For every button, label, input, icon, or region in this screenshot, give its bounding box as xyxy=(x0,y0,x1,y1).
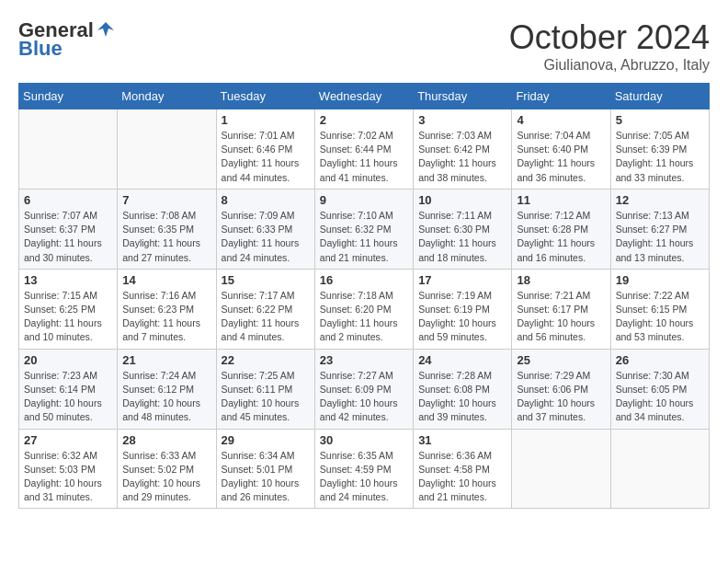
calendar-header-row: SundayMondayTuesdayWednesdayThursdayFrid… xyxy=(19,84,710,109)
logo-bird-icon xyxy=(96,20,116,40)
calendar-cell: 11Sunrise: 7:12 AM Sunset: 6:28 PM Dayli… xyxy=(512,189,610,269)
day-number: 5 xyxy=(616,113,704,127)
calendar-cell: 24Sunrise: 7:28 AM Sunset: 6:08 PM Dayli… xyxy=(414,349,512,429)
calendar-cell: 22Sunrise: 7:25 AM Sunset: 6:11 PM Dayli… xyxy=(216,349,314,429)
day-info: Sunrise: 7:19 AM Sunset: 6:19 PM Dayligh… xyxy=(418,289,506,345)
day-info: Sunrise: 7:17 AM Sunset: 6:22 PM Dayligh… xyxy=(222,289,310,345)
day-number: 26 xyxy=(616,353,704,367)
day-info: Sunrise: 7:09 AM Sunset: 6:33 PM Dayligh… xyxy=(222,209,310,265)
calendar-table: SundayMondayTuesdayWednesdayThursdayFrid… xyxy=(18,83,710,509)
day-number: 13 xyxy=(24,273,112,287)
day-info: Sunrise: 7:24 AM Sunset: 6:12 PM Dayligh… xyxy=(122,369,210,425)
day-number: 22 xyxy=(222,353,310,367)
day-info: Sunrise: 7:16 AM Sunset: 6:23 PM Dayligh… xyxy=(122,289,210,345)
day-number: 23 xyxy=(320,353,408,367)
day-info: Sunrise: 7:18 AM Sunset: 6:20 PM Dayligh… xyxy=(320,289,408,345)
calendar-cell: 20Sunrise: 7:23 AM Sunset: 6:14 PM Dayli… xyxy=(19,349,118,429)
day-number: 6 xyxy=(24,193,112,207)
day-info: Sunrise: 7:07 AM Sunset: 6:37 PM Dayligh… xyxy=(24,209,112,265)
day-info: Sunrise: 7:13 AM Sunset: 6:27 PM Dayligh… xyxy=(616,209,704,265)
day-number: 24 xyxy=(418,353,506,367)
day-number: 7 xyxy=(122,193,210,207)
calendar-cell: 26Sunrise: 7:30 AM Sunset: 6:05 PM Dayli… xyxy=(610,349,709,429)
day-number: 20 xyxy=(24,353,112,367)
weekday-header-monday: Monday xyxy=(118,84,216,109)
day-info: Sunrise: 7:15 AM Sunset: 6:25 PM Dayligh… xyxy=(24,289,112,345)
day-info: Sunrise: 7:03 AM Sunset: 6:42 PM Dayligh… xyxy=(418,129,506,185)
calendar-cell: 5Sunrise: 7:05 AM Sunset: 6:39 PM Daylig… xyxy=(610,109,709,190)
title-section: October 2024 Giulianova, Abruzzo, Italy xyxy=(509,18,710,74)
calendar-cell: 17Sunrise: 7:19 AM Sunset: 6:19 PM Dayli… xyxy=(414,269,512,349)
page-header: General Blue October 2024 Giulianova, Ab… xyxy=(18,18,710,74)
day-number: 29 xyxy=(222,433,310,447)
calendar-cell: 7Sunrise: 7:08 AM Sunset: 6:35 PM Daylig… xyxy=(118,189,216,269)
weekday-header-saturday: Saturday xyxy=(610,84,709,109)
day-info: Sunrise: 7:22 AM Sunset: 6:15 PM Dayligh… xyxy=(616,289,704,345)
day-info: Sunrise: 7:29 AM Sunset: 6:06 PM Dayligh… xyxy=(517,369,605,425)
calendar-week-3: 13Sunrise: 7:15 AM Sunset: 6:25 PM Dayli… xyxy=(19,269,710,349)
weekday-header-sunday: Sunday xyxy=(19,84,118,109)
calendar-cell xyxy=(19,109,118,190)
day-info: Sunrise: 6:36 AM Sunset: 4:58 PM Dayligh… xyxy=(418,449,506,505)
day-number: 8 xyxy=(222,193,310,207)
location: Giulianova, Abruzzo, Italy xyxy=(509,57,710,74)
calendar-cell: 1Sunrise: 7:01 AM Sunset: 6:46 PM Daylig… xyxy=(216,109,314,190)
calendar-cell: 8Sunrise: 7:09 AM Sunset: 6:33 PM Daylig… xyxy=(216,189,314,269)
calendar-cell: 2Sunrise: 7:02 AM Sunset: 6:44 PM Daylig… xyxy=(314,109,413,190)
day-number: 28 xyxy=(122,433,210,447)
calendar-week-4: 20Sunrise: 7:23 AM Sunset: 6:14 PM Dayli… xyxy=(19,349,710,429)
calendar-week-2: 6Sunrise: 7:07 AM Sunset: 6:37 PM Daylig… xyxy=(19,189,710,269)
day-number: 4 xyxy=(517,113,605,127)
calendar-cell: 25Sunrise: 7:29 AM Sunset: 6:06 PM Dayli… xyxy=(512,349,610,429)
day-info: Sunrise: 7:12 AM Sunset: 6:28 PM Dayligh… xyxy=(517,209,605,265)
calendar-cell: 14Sunrise: 7:16 AM Sunset: 6:23 PM Dayli… xyxy=(118,269,216,349)
day-info: Sunrise: 6:35 AM Sunset: 4:59 PM Dayligh… xyxy=(320,449,408,505)
day-number: 9 xyxy=(320,193,408,207)
calendar-cell: 28Sunrise: 6:33 AM Sunset: 5:02 PM Dayli… xyxy=(118,429,216,509)
day-info: Sunrise: 7:30 AM Sunset: 6:05 PM Dayligh… xyxy=(616,369,704,425)
calendar-cell: 13Sunrise: 7:15 AM Sunset: 6:25 PM Dayli… xyxy=(19,269,118,349)
day-info: Sunrise: 6:34 AM Sunset: 5:01 PM Dayligh… xyxy=(222,449,310,505)
day-number: 21 xyxy=(122,353,210,367)
day-number: 17 xyxy=(418,273,506,287)
weekday-header-thursday: Thursday xyxy=(414,84,512,109)
weekday-header-friday: Friday xyxy=(512,84,610,109)
calendar-cell: 18Sunrise: 7:21 AM Sunset: 6:17 PM Dayli… xyxy=(512,269,610,349)
day-info: Sunrise: 7:04 AM Sunset: 6:40 PM Dayligh… xyxy=(517,129,605,185)
day-number: 30 xyxy=(320,433,408,447)
calendar-cell: 10Sunrise: 7:11 AM Sunset: 6:30 PM Dayli… xyxy=(414,189,512,269)
calendar-cell: 12Sunrise: 7:13 AM Sunset: 6:27 PM Dayli… xyxy=(610,189,709,269)
day-info: Sunrise: 7:01 AM Sunset: 6:46 PM Dayligh… xyxy=(222,129,310,185)
day-info: Sunrise: 6:32 AM Sunset: 5:03 PM Dayligh… xyxy=(24,449,112,505)
calendar-cell: 23Sunrise: 7:27 AM Sunset: 6:09 PM Dayli… xyxy=(314,349,413,429)
calendar-cell: 15Sunrise: 7:17 AM Sunset: 6:22 PM Dayli… xyxy=(216,269,314,349)
calendar-cell xyxy=(118,109,216,190)
weekday-header-tuesday: Tuesday xyxy=(216,84,314,109)
day-number: 16 xyxy=(320,273,408,287)
weekday-header-wednesday: Wednesday xyxy=(314,84,413,109)
day-info: Sunrise: 7:08 AM Sunset: 6:35 PM Dayligh… xyxy=(122,209,210,265)
day-number: 19 xyxy=(616,273,704,287)
calendar-cell: 31Sunrise: 6:36 AM Sunset: 4:58 PM Dayli… xyxy=(414,429,512,509)
day-number: 25 xyxy=(517,353,605,367)
calendar-cell: 30Sunrise: 6:35 AM Sunset: 4:59 PM Dayli… xyxy=(314,429,413,509)
day-number: 31 xyxy=(418,433,506,447)
calendar-cell: 21Sunrise: 7:24 AM Sunset: 6:12 PM Dayli… xyxy=(118,349,216,429)
day-number: 11 xyxy=(517,193,605,207)
calendar-cell: 9Sunrise: 7:10 AM Sunset: 6:32 PM Daylig… xyxy=(314,189,413,269)
logo: General Blue xyxy=(18,18,116,61)
day-info: Sunrise: 7:02 AM Sunset: 6:44 PM Dayligh… xyxy=(320,129,408,185)
calendar-cell xyxy=(610,429,709,509)
day-info: Sunrise: 7:28 AM Sunset: 6:08 PM Dayligh… xyxy=(418,369,506,425)
day-number: 1 xyxy=(222,113,310,127)
day-info: Sunrise: 7:25 AM Sunset: 6:11 PM Dayligh… xyxy=(222,369,310,425)
day-number: 14 xyxy=(122,273,210,287)
logo-blue: Blue xyxy=(18,37,63,61)
day-info: Sunrise: 7:10 AM Sunset: 6:32 PM Dayligh… xyxy=(320,209,408,265)
calendar-cell: 16Sunrise: 7:18 AM Sunset: 6:20 PM Dayli… xyxy=(314,269,413,349)
day-info: Sunrise: 7:05 AM Sunset: 6:39 PM Dayligh… xyxy=(616,129,704,185)
month-title: October 2024 xyxy=(509,18,710,57)
day-info: Sunrise: 7:21 AM Sunset: 6:17 PM Dayligh… xyxy=(517,289,605,345)
day-info: Sunrise: 6:33 AM Sunset: 5:02 PM Dayligh… xyxy=(122,449,210,505)
day-info: Sunrise: 7:23 AM Sunset: 6:14 PM Dayligh… xyxy=(24,369,112,425)
